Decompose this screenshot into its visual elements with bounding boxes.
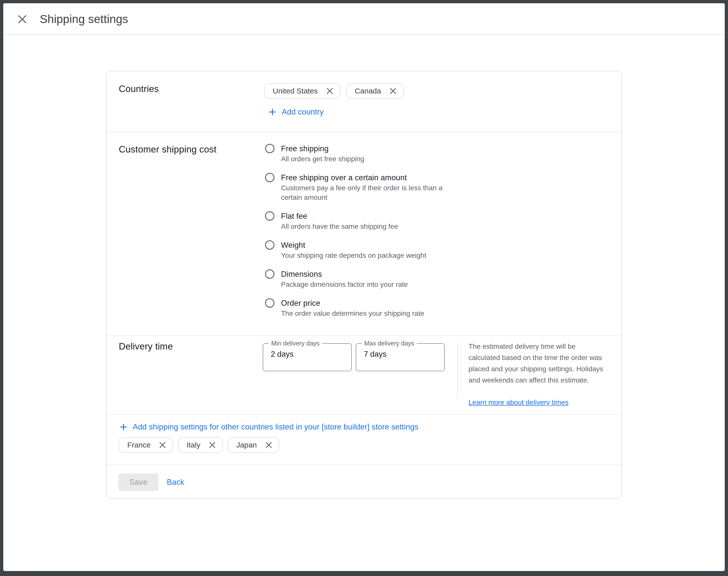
delivery-time-label: Delivery time [119, 341, 173, 352]
vertical-divider [457, 343, 458, 398]
option-text: Free shipping over a certain amount Cust… [281, 172, 445, 202]
option-title: Flat fee [281, 211, 398, 222]
page-title: Shipping settings [40, 3, 128, 35]
shipping-settings-card: Countries United States Canada [106, 71, 622, 498]
delivery-time-info: The estimated delivery time will be calc… [468, 341, 609, 408]
option-free-shipping-over-amount[interactable]: Free shipping over a certain amount Cust… [265, 172, 445, 202]
shipping-settings-dialog: Shipping settings Countries United State… [3, 3, 725, 571]
close-icon[interactable] [17, 14, 27, 24]
field-label: Max delivery days [362, 340, 417, 347]
option-title: Free shipping [281, 143, 364, 154]
dialog-header: Shipping settings [3, 3, 725, 35]
chip-remove-icon[interactable] [209, 441, 216, 449]
option-title: Dimensions [281, 269, 408, 280]
countries-chip-row: United States Canada [264, 83, 404, 99]
option-flat-fee[interactable]: Flat fee All orders have the same shippi… [265, 211, 445, 231]
country-chip-canada[interactable]: Canada [346, 83, 404, 99]
country-chip-united-states[interactable]: United States [264, 83, 340, 99]
save-button[interactable]: Save [118, 473, 158, 491]
option-description: The order value determines your shipping… [281, 309, 424, 318]
chip-remove-icon[interactable] [159, 441, 166, 449]
option-title: Order price [281, 298, 424, 309]
customer-shipping-cost-label: Customer shipping cost [119, 144, 216, 155]
radio-button[interactable] [265, 269, 274, 279]
chip-label: France [127, 441, 150, 449]
option-title: Weight [281, 240, 426, 251]
chip-label: Japan [236, 441, 257, 449]
radio-button[interactable] [265, 240, 274, 250]
min-delivery-days-field[interactable]: Min delivery days 2 days [263, 343, 352, 371]
plus-icon [269, 108, 276, 116]
chip-remove-icon[interactable] [326, 87, 333, 94]
plus-icon [120, 423, 127, 431]
add-other-countries-button[interactable]: Add shipping settings for other countrie… [120, 421, 418, 433]
close-x-icon [18, 15, 27, 24]
option-free-shipping[interactable]: Free shipping All orders get free shippi… [265, 143, 445, 164]
chip-remove-icon[interactable] [389, 87, 397, 94]
add-country-label: Add country [282, 108, 324, 116]
radio-button[interactable] [265, 173, 274, 182]
option-weight[interactable]: Weight Your shipping rate depends on pac… [265, 240, 445, 260]
option-dimensions[interactable]: Dimensions Package dimensions factor int… [265, 269, 445, 289]
shipping-cost-options: Free shipping All orders get free shippi… [265, 143, 445, 318]
field-value: 2 days [271, 350, 293, 359]
chip-label: United States [273, 87, 318, 95]
close-x-icon [326, 87, 333, 94]
option-description: Package dimensions factor into your rate [281, 280, 408, 289]
radio-button[interactable] [265, 298, 274, 308]
country-chip-japan[interactable]: Japan [228, 437, 279, 453]
close-x-icon [209, 441, 216, 449]
close-x-icon [159, 441, 166, 449]
option-text: Free shipping All orders get free shippi… [281, 143, 364, 164]
option-title: Free shipping over a certain amount [281, 172, 445, 183]
option-description: Customers pay a fee only if their order … [281, 183, 445, 202]
option-description: All orders have the same shipping fee [281, 222, 398, 231]
country-chip-france[interactable]: France [119, 437, 173, 453]
chip-label: Canada [355, 87, 381, 95]
other-countries-chip-row: France Italy Japan [119, 437, 279, 453]
add-country-button[interactable]: Add country [269, 106, 324, 118]
back-button[interactable]: Back [167, 473, 184, 491]
add-other-countries-label: Add shipping settings for other countrie… [133, 423, 418, 432]
option-description: Your shipping rate depends on package we… [281, 251, 426, 260]
divider [107, 464, 621, 465]
field-label: Min delivery days [269, 340, 322, 347]
delivery-info-text: The estimated delivery time will be calc… [468, 343, 603, 384]
chip-remove-icon[interactable] [265, 441, 272, 449]
option-text: Dimensions Package dimensions factor int… [281, 269, 408, 289]
radio-button[interactable] [265, 144, 274, 153]
option-text: Weight Your shipping rate depends on pac… [281, 240, 426, 260]
countries-label: Countries [119, 84, 159, 94]
learn-more-link[interactable]: Learn more about delivery times [468, 397, 569, 408]
country-chip-italy[interactable]: Italy [178, 437, 223, 453]
option-text: Flat fee All orders have the same shippi… [281, 211, 398, 231]
field-value: 7 days [364, 350, 386, 359]
chip-label: Italy [186, 441, 200, 449]
option-description: All orders get free shipping [281, 154, 364, 164]
close-x-icon [389, 87, 397, 94]
close-x-icon [265, 441, 272, 449]
divider [107, 414, 621, 415]
option-text: Order price The order value determines y… [281, 298, 424, 318]
divider [107, 132, 621, 132]
divider [107, 335, 621, 336]
option-order-price[interactable]: Order price The order value determines y… [265, 298, 445, 318]
max-delivery-days-field[interactable]: Max delivery days 7 days [356, 343, 445, 371]
radio-button[interactable] [265, 211, 274, 221]
